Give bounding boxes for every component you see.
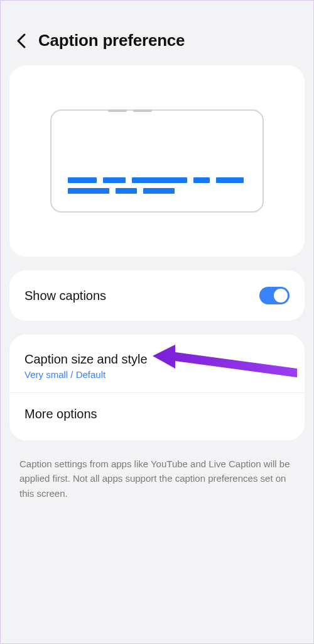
caption-size-style-item[interactable]: Caption size and style Very small / Defa…	[9, 338, 305, 392]
caption-sample-lines	[68, 172, 246, 194]
caption-preview-frame	[50, 109, 264, 213]
more-options-item[interactable]: More options	[9, 392, 305, 436]
footer-note: Caption settings from apps like YouTube …	[1, 454, 313, 501]
back-icon[interactable]	[16, 32, 27, 50]
page-title: Caption preference	[38, 31, 185, 50]
show-captions-label: Show captions	[24, 289, 106, 303]
show-captions-row[interactable]: Show captions	[9, 270, 305, 321]
caption-size-style-subtitle: Very small / Default	[24, 369, 290, 380]
more-options-title: More options	[24, 407, 290, 421]
caption-size-style-title: Caption size and style	[24, 352, 290, 367]
caption-preview-card	[9, 65, 305, 257]
show-captions-toggle[interactable]	[259, 287, 290, 304]
